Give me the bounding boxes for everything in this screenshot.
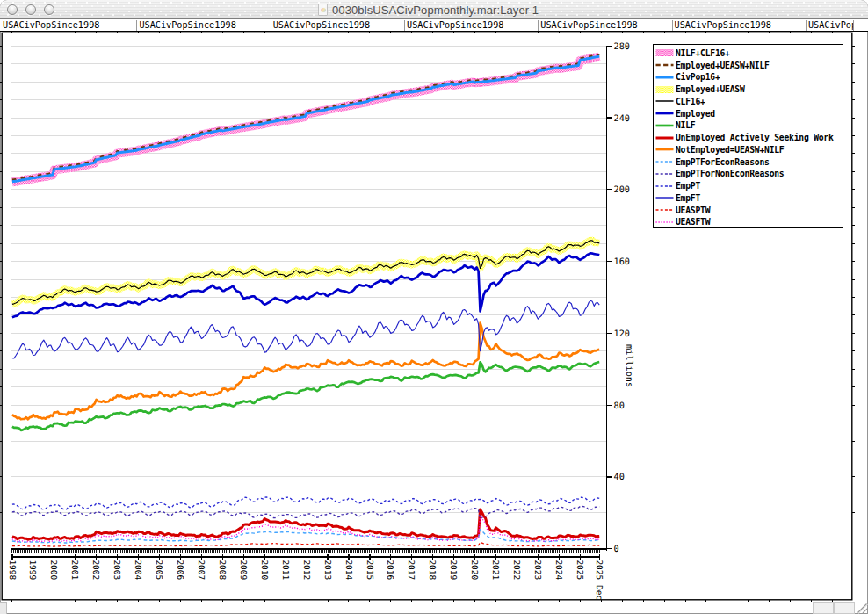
series-notemployed-ueasw-nilf [12, 323, 599, 420]
series-nilf [12, 362, 599, 430]
x-tick-label: 2015 [365, 560, 374, 580]
zoom-button[interactable] [44, 4, 54, 15]
legend-swatch-dashed [655, 206, 674, 214]
tab-usacivpopsince1998[interactable]: USACivPopSince1998 [0, 19, 136, 31]
x-tick-label: 2021 [490, 560, 500, 580]
legend-label: EmpPTForNonEconReasons [676, 169, 784, 178]
legend-swatch-dashed [655, 182, 674, 191]
tab-separator [136, 20, 137, 31]
x-tick-label: 1998 [7, 560, 17, 580]
scroll-left-button[interactable] [813, 602, 834, 614]
legend-item: NotEmployed=UEASW+NILF [654, 144, 843, 156]
x-tick-label: 2018 [427, 560, 437, 580]
series-unemployed-actively-seeking-work [12, 509, 599, 539]
legend-label: NILF [676, 120, 695, 130]
series-nilf-clf16- [12, 57, 599, 183]
series-ueasftw [12, 516, 599, 542]
x-tick-label: 2023 [532, 560, 542, 580]
y-tick-label: 200 [614, 185, 630, 195]
app-window: 0030blsUSACivPopmonthly.mar:Layer 1 USAC… [0, 0, 868, 614]
window-title: 0030blsUSACivPopmonthly.mar:Layer 1 [332, 4, 539, 17]
series-employed-ueasw [12, 241, 599, 305]
scroll-right-button[interactable] [834, 602, 855, 614]
series-empptforeconreasons [12, 530, 599, 543]
series-empft [12, 300, 599, 358]
x-tick-label: 2016 [385, 560, 394, 580]
x-tick-label: 2019 [448, 560, 458, 580]
x-tick-label: 2011 [280, 560, 290, 580]
tab-usacivpopsince1998[interactable]: USACivPopSince1998 [136, 19, 270, 31]
tab-separator [538, 20, 539, 31]
legend-item: CLF16+ [654, 96, 843, 108]
y-tick-label: 80 [614, 401, 625, 411]
title-bar[interactable]: 0030blsUSACivPopmonthly.mar:Layer 1 [0, 0, 868, 19]
x-tick-label: 2022 [511, 560, 521, 580]
legend-swatch-checker-band [655, 48, 674, 57]
x-tick-label: 2003 [112, 560, 121, 580]
tab-separator [404, 20, 405, 31]
x-tick-label: 2024 [553, 560, 563, 580]
legend-label: EmpPTForEconReasons [676, 157, 770, 167]
legend-label: NotEmployed=UEASW+NILF [676, 145, 784, 155]
series-employed [12, 253, 599, 317]
x-tick-label: 2000 [48, 560, 58, 580]
legend-swatch-dashed [655, 61, 674, 69]
tab-usacivpopsince1998[interactable]: USACivPopSince1998 [271, 19, 404, 31]
legend-item: UnEmployed Actively Seeking Work [654, 132, 843, 144]
y-axis-title: millions [624, 344, 633, 387]
legend-item: UEASFTW [654, 216, 843, 228]
legend-label: NILF+CLF16+ [676, 48, 730, 58]
y-axis: 04080120160200240280millions [607, 42, 633, 555]
legend-label: Employed+UEASW [676, 84, 745, 94]
legend-item: NILF [654, 119, 843, 132]
legend-label: CLF16+ [676, 97, 705, 106]
minimize-button[interactable] [25, 4, 36, 15]
x-tick-label: 2005 [154, 560, 163, 580]
tab-usacivpopsince1998[interactable]: USACivPopSince1998 [672, 19, 806, 31]
resize-grip[interactable] [855, 601, 868, 614]
legend-label: UEASFTW [676, 217, 710, 227]
x-tick-label: 2014 [344, 560, 353, 580]
legend-swatch-checker-band [655, 85, 674, 94]
document-proxy-icon[interactable] [318, 4, 328, 16]
series-civpop16- [12, 56, 599, 182]
tab-bar: USACivPopSince1998USACivPopSince1998USAC… [0, 19, 868, 32]
x-tick-label: 2013 [322, 560, 332, 580]
x-axis: 1998199920002001200220032004200520062007… [7, 549, 607, 600]
series-emppt [12, 497, 599, 509]
chart-legend: NILF+CLF16+Employed+UEASW+NILFCivPop16+E… [653, 44, 843, 228]
legend-item: EmpPTForEconReasons [654, 155, 843, 168]
y-tick-label: 40 [614, 473, 625, 482]
legend-item: CivPop16+ [654, 71, 843, 83]
legend-item: Employed [654, 107, 843, 119]
x-tick-label: 2010 [259, 560, 269, 580]
tab-usacivpopsince1998[interactable]: USACivPopSince1998 [404, 19, 538, 31]
series-empptfornoneconreasons [12, 506, 599, 518]
y-tick-label: 280 [614, 42, 630, 52]
x-tick-label: 2004 [133, 560, 142, 580]
scrollbar-corner [0, 602, 7, 614]
x-tick-label: 2009 [238, 560, 248, 580]
tab-separator [271, 20, 271, 31]
legend-swatch-solid [655, 145, 674, 154]
gridlines [11, 46, 607, 531]
x-tick-label: 2017 [406, 560, 416, 580]
x-tick-label: 2025 Dec [594, 560, 604, 600]
legend-label: Employed+UEASW+NILF [676, 61, 770, 70]
legend-item: Employed+UEASW+NILF [654, 59, 843, 71]
series-lines [12, 54, 599, 546]
x-tick-label: 2001 [69, 560, 79, 580]
legend-swatch-solid [655, 97, 674, 105]
legend-label: Employed [676, 109, 715, 119]
tab-separator [853, 20, 854, 31]
tab-separator [672, 20, 673, 31]
close-button[interactable] [7, 4, 18, 15]
x-tick-label: 1999 [27, 560, 37, 580]
x-tick-label: 2007 [196, 560, 206, 580]
legend-item: EmpPT [654, 180, 843, 192]
tab-usacivpopsince1998[interactable]: USACivPopSince1998 [538, 19, 671, 31]
y-tick-label: 240 [614, 114, 630, 124]
legend-label: EmpFT [676, 193, 700, 203]
tab-usacivpopsince1998[interactable]: USACivPopSince1998 [806, 19, 853, 31]
grip-line [858, 604, 867, 613]
